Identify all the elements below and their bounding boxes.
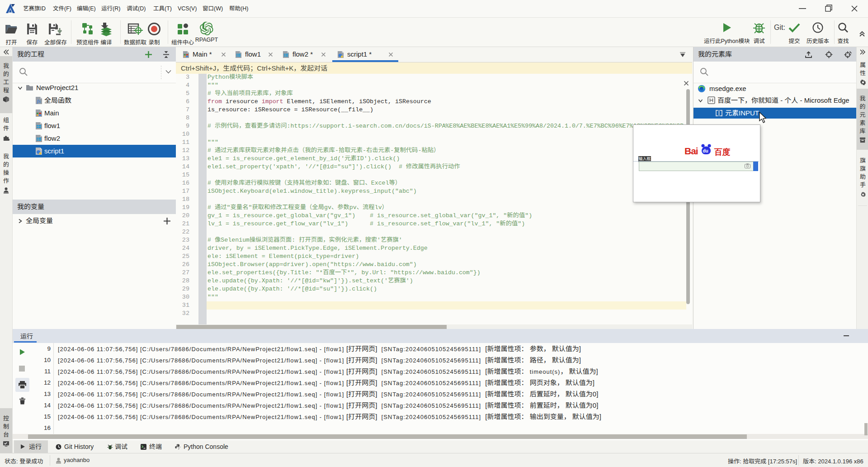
svg-text:du: du — [703, 148, 708, 153]
svg-text:fx: fx — [37, 99, 41, 104]
